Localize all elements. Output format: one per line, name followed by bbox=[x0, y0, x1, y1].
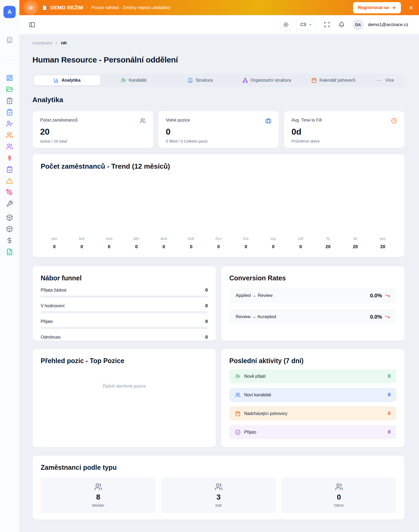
month-label: úno bbox=[95, 236, 123, 241]
stat-label: Počet zaměstnanců bbox=[40, 118, 78, 123]
recent-activities-card: Poslední aktivity (7 dní) Nově přijatí 0… bbox=[221, 349, 405, 447]
month-label: lis bbox=[342, 236, 369, 241]
trend-column: srp0 bbox=[260, 236, 287, 250]
dollar-icon[interactable] bbox=[6, 237, 13, 244]
theme-toggle-button[interactable] bbox=[280, 19, 292, 31]
trend-chart-title: Počet zaměstnanců - Trend (12 měsíců) bbox=[41, 162, 396, 171]
fullscreen-button[interactable] bbox=[323, 20, 331, 29]
month-value: 0 bbox=[205, 244, 232, 250]
month-label: zář bbox=[287, 236, 314, 241]
stat-subtext: Průměrné skóre bbox=[291, 139, 397, 143]
month-value: 0 bbox=[232, 244, 260, 250]
close-banner-button[interactable] bbox=[407, 4, 415, 11]
tab-label: Analytika bbox=[62, 78, 81, 83]
stat-value: 0d bbox=[291, 127, 397, 137]
demo-mode-label: DEMO REŽIM bbox=[50, 5, 83, 11]
tab-label: Struktura bbox=[196, 78, 213, 83]
activity-value: 0 bbox=[388, 429, 391, 435]
building-icon[interactable] bbox=[6, 36, 13, 43]
sidebar-toggle-button[interactable] bbox=[28, 20, 36, 29]
month-label: pro bbox=[369, 236, 396, 241]
bar-chart-icon bbox=[54, 78, 59, 83]
breadcrumb-dashboard[interactable]: Dashboard bbox=[32, 41, 52, 45]
month-label: dub bbox=[150, 236, 177, 241]
users-icon bbox=[94, 483, 102, 491]
users-orange-icon[interactable] bbox=[6, 132, 13, 139]
check-circle-icon bbox=[235, 430, 240, 435]
progress-bar bbox=[41, 311, 208, 313]
calendar-icon bbox=[235, 411, 240, 416]
top-header: CS DA demo1@arctrace.cz bbox=[19, 15, 419, 34]
fire-extinguisher-icon[interactable] bbox=[6, 155, 13, 161]
users-icon bbox=[335, 483, 343, 491]
user-check-icon[interactable] bbox=[6, 120, 13, 127]
stat-value: 0 bbox=[166, 127, 271, 137]
activity-row-accepted: Přijato 0 bbox=[229, 425, 396, 439]
tab-more[interactable]: Více bbox=[367, 75, 403, 85]
funnel-value: 0 bbox=[205, 319, 208, 324]
month-value: 0 bbox=[260, 244, 287, 250]
conversion-title: Conversion Rates bbox=[229, 274, 396, 282]
bell-icon bbox=[338, 22, 345, 28]
breadcrumb-current: HR bbox=[61, 41, 67, 45]
employees-by-type-title: Zaměstnanci podle typu bbox=[41, 464, 396, 471]
trend-column: říj20 bbox=[314, 236, 342, 250]
stat-card-open-positions: Volné pozice 0 0 filled / 0 Celkem pozic bbox=[158, 111, 279, 148]
users-purple-icon[interactable] bbox=[6, 143, 13, 150]
progress-bar bbox=[41, 296, 208, 298]
type-label: Welder bbox=[92, 503, 104, 508]
conversion-value: 0.0% bbox=[370, 314, 382, 320]
trend-column: bře0 bbox=[123, 236, 150, 250]
users-icon bbox=[215, 483, 223, 491]
maximize-icon bbox=[324, 22, 330, 28]
type-label: Ndt bbox=[215, 503, 222, 508]
user-email[interactable]: demo1@arctrace.cz bbox=[368, 22, 408, 27]
sidebar-divider bbox=[3, 61, 16, 61]
package-icon[interactable] bbox=[6, 214, 13, 221]
notifications-button[interactable] bbox=[337, 20, 346, 29]
clipboard-check-purple-icon[interactable] bbox=[6, 166, 13, 173]
clipboard-check-gray-icon[interactable] bbox=[6, 97, 13, 104]
tab-kandidati[interactable]: Kandidáti bbox=[100, 75, 167, 85]
dashboard-grid-icon[interactable] bbox=[6, 74, 13, 81]
building-icon bbox=[188, 78, 193, 83]
clipboard-emoji: 📋 bbox=[41, 5, 48, 11]
tab-kalendar-pohovoru[interactable]: Kalendář pohovorů bbox=[300, 75, 367, 85]
chevron-down-icon bbox=[308, 23, 312, 27]
tab-analytika[interactable]: Analytika bbox=[34, 75, 100, 85]
package-icon[interactable] bbox=[6, 226, 13, 232]
activity-value: 0 bbox=[388, 392, 391, 398]
type-tile-other: 0 Other bbox=[281, 477, 396, 513]
folder-open-icon[interactable] bbox=[6, 86, 13, 93]
progress-bar bbox=[41, 327, 208, 329]
tab-label: Více bbox=[385, 78, 394, 83]
pen-tool-icon[interactable] bbox=[6, 189, 13, 196]
warning-triangle-icon[interactable] bbox=[6, 177, 13, 184]
month-value: 0 bbox=[177, 244, 205, 250]
clipboard-check-blue-icon[interactable] bbox=[6, 109, 13, 116]
funnel-row: Odmítnuto 0 bbox=[41, 335, 208, 345]
activity-row-new-hires: Nově přijatí 0 bbox=[229, 369, 396, 383]
avatar[interactable]: DA bbox=[353, 19, 364, 30]
activity-label: Noví kandidáti bbox=[244, 393, 271, 397]
tab-label: Kalendář pohovorů bbox=[319, 78, 355, 83]
stat-cards: Počet zaměstnanců 20 active / 20 total V… bbox=[32, 111, 405, 148]
sidebar: A bbox=[0, 0, 19, 532]
demo-banner: 📋 DEMO REŽIM · Pouze náhled · Změny nejs… bbox=[19, 0, 419, 15]
language-value: CS bbox=[300, 22, 306, 27]
close-icon bbox=[408, 5, 414, 10]
employees-by-type-card: Zaměstnanci podle typu 8 Welder 3 Ndt bbox=[32, 455, 405, 520]
trend-column: pro20 bbox=[369, 236, 396, 250]
register-button[interactable]: Registrovat se bbox=[353, 2, 401, 13]
wrench-icon[interactable] bbox=[6, 200, 13, 207]
tab-organizacni-struktura[interactable]: Organizační struktura bbox=[234, 75, 300, 85]
app-logo[interactable]: A bbox=[3, 6, 16, 18]
tab-struktura[interactable]: Struktura bbox=[167, 75, 234, 85]
funnel-value: 0 bbox=[205, 303, 208, 309]
funnel-row: V hodnocení 0 bbox=[41, 303, 208, 313]
trend-column: zář0 bbox=[287, 236, 314, 250]
report-chart-icon[interactable] bbox=[6, 248, 13, 255]
trend-column: čvc0 bbox=[232, 236, 260, 250]
language-select[interactable]: CS bbox=[296, 19, 316, 31]
breadcrumb: Dashboard HR bbox=[32, 41, 405, 45]
